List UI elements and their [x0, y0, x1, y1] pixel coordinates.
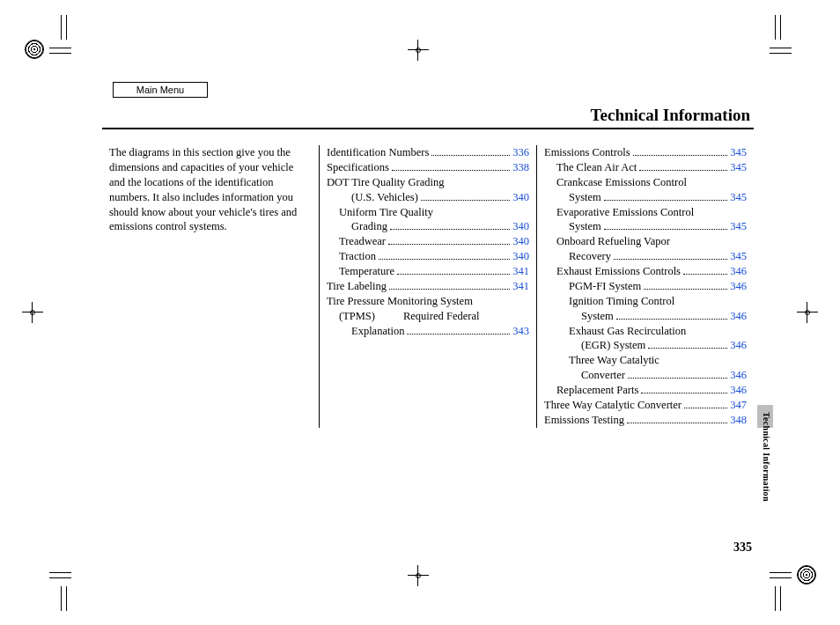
toc-leader-dots	[389, 289, 510, 290]
toc-entry-label: System	[569, 190, 601, 205]
toc-page-link[interactable]: 340	[512, 219, 529, 234]
toc-entry-label: Replacement Parts	[556, 383, 638, 398]
toc-leader-dots	[633, 155, 728, 156]
toc-leader-dots	[644, 289, 727, 290]
toc-entry: Emissions Testing348	[544, 413, 747, 428]
toc-entry-label: DOT Tire Quality Grading	[327, 175, 444, 190]
toc-entry-label: System	[581, 309, 614, 324]
toc-entry: The Clean Air Act345	[544, 160, 747, 175]
toc-entry: Onboard Refueling Vapor	[544, 234, 747, 249]
toc-entry: Uniform Tire Quality	[327, 205, 529, 220]
toc-page-link[interactable]: 346	[730, 264, 747, 279]
toc-entry-label: Explanation	[351, 324, 404, 339]
main-menu-button[interactable]: Main Menu	[113, 82, 208, 98]
toc-page-link[interactable]: 343	[512, 324, 529, 339]
toc-leader-dots	[639, 170, 727, 171]
toc-entry-label: (U.S. Vehicles)	[351, 190, 418, 205]
toc-leader-dots	[421, 200, 510, 201]
toc-leader-dots	[397, 274, 510, 275]
toc-page-link[interactable]: 345	[730, 249, 747, 264]
toc-entry: Tire Labeling341	[327, 279, 529, 294]
toc-page-link[interactable]: 345	[730, 219, 747, 234]
toc-entry: Exhaust Emissions Controls346	[544, 264, 747, 279]
toc-leader-dots	[392, 170, 510, 171]
toc-leader-dots	[604, 200, 727, 201]
toc-entry: Crankcase Emissions Control	[544, 175, 747, 190]
toc-entry: System345	[544, 219, 747, 234]
toc-leader-dots	[379, 259, 510, 260]
toc-leader-dots	[407, 334, 510, 335]
toc-entry-label: Three Way Catalytic Converter	[544, 398, 682, 413]
page-title: Technical Information	[102, 106, 754, 125]
toc-leader-dots	[648, 348, 727, 349]
toc-entry: System345	[544, 190, 747, 205]
toc-entry: System346	[544, 309, 747, 324]
toc-page-link[interactable]: 336	[512, 145, 529, 160]
toc-page-link[interactable]: 345	[730, 145, 747, 160]
toc-entry: Converter346	[544, 368, 747, 383]
toc-entry: Exhaust Gas Recirculation	[544, 324, 747, 339]
intro-column: The diagrams in this section give you th…	[102, 145, 319, 428]
toc-page-link[interactable]: 341	[512, 264, 529, 279]
toc-page-link[interactable]: 341	[512, 279, 529, 294]
toc-page-link[interactable]: 338	[512, 160, 529, 175]
toc-entry-label: PGM-FI System	[569, 279, 641, 294]
toc-leader-dots	[684, 408, 727, 408]
toc-page-link[interactable]: 340	[512, 234, 529, 249]
toc-entry: Temperature341	[327, 264, 529, 279]
toc-page-link[interactable]: 348	[730, 413, 747, 428]
toc-entry: Three Way Catalytic Converter347	[544, 398, 747, 413]
registration-cross-icon	[22, 302, 43, 323]
toc-page-link[interactable]: 346	[730, 383, 747, 398]
toc-entry-label: Identification Numbers	[327, 145, 429, 160]
toc-entry-label: Converter	[581, 368, 625, 383]
toc-entry-label: Evaporative Emissions Control	[556, 205, 694, 220]
registration-mark-icon	[25, 40, 44, 59]
toc-page-link[interactable]: 340	[512, 190, 529, 205]
intro-text: The diagrams in this section give you th…	[109, 145, 312, 234]
section-tab-label: Technical Information	[762, 412, 771, 502]
toc-entry-label: (EGR) System	[581, 338, 645, 353]
toc-entry: Grading340	[327, 219, 529, 234]
page-number: 335	[733, 540, 752, 555]
toc-leader-dots	[388, 244, 510, 245]
toc-page-link[interactable]: 346	[730, 279, 747, 294]
toc-entry: (TPMS)Required Federal	[327, 309, 529, 324]
registration-cross-icon	[408, 40, 429, 61]
registration-cross-icon	[797, 302, 818, 323]
toc-leader-dots	[390, 229, 510, 230]
toc-entry: Emissions Controls345	[544, 145, 747, 160]
toc-page-link[interactable]: 345	[730, 160, 747, 175]
toc-entry-label: Emissions Testing	[544, 413, 624, 428]
toc-leader-dots	[627, 423, 727, 423]
toc-column-2: Emissions Controls345The Clean Air Act34…	[536, 145, 754, 428]
registration-cross-icon	[408, 565, 429, 586]
toc-page-link[interactable]: 346	[730, 338, 747, 353]
toc-entry-cont: Required Federal	[391, 309, 479, 324]
toc-page-link[interactable]: 347	[730, 398, 747, 413]
toc-entry: Recovery345	[544, 249, 747, 264]
toc-entry-label: Tire Labeling	[327, 279, 387, 294]
toc-page-link[interactable]: 346	[730, 309, 747, 324]
toc-leader-dots	[614, 259, 727, 260]
toc-entry-label: Exhaust Emissions Controls	[556, 264, 681, 279]
toc-entry-label: Crankcase Emissions Control	[556, 175, 687, 190]
toc-entry-label: Temperature	[339, 264, 394, 279]
toc-entry: Replacement Parts346	[544, 383, 747, 398]
toc-entry-label: Onboard Refueling Vapor	[556, 234, 670, 249]
toc-entry-label: Specifications	[327, 160, 389, 175]
toc-entry-label: Uniform Tire Quality	[339, 205, 433, 220]
toc-entry: Specifications338	[327, 160, 529, 175]
toc-leader-dots	[431, 155, 510, 156]
toc-page-link[interactable]: 345	[730, 190, 747, 205]
toc-entry: Ignition Timing Control	[544, 294, 747, 309]
toc-entry-label: System	[569, 219, 601, 234]
toc-entry: PGM-FI System346	[544, 279, 747, 294]
toc-page-link[interactable]: 340	[512, 249, 529, 264]
toc-page-link[interactable]: 346	[730, 368, 747, 383]
toc-entry-label: Grading	[351, 219, 387, 234]
toc-column-1: Identification Numbers336Specifications3…	[319, 145, 536, 428]
page-body: Technical Information The diagrams in th…	[102, 106, 754, 555]
toc-entry-label: Exhaust Gas Recirculation	[569, 324, 686, 339]
toc-entry-label: Recovery	[569, 249, 611, 264]
